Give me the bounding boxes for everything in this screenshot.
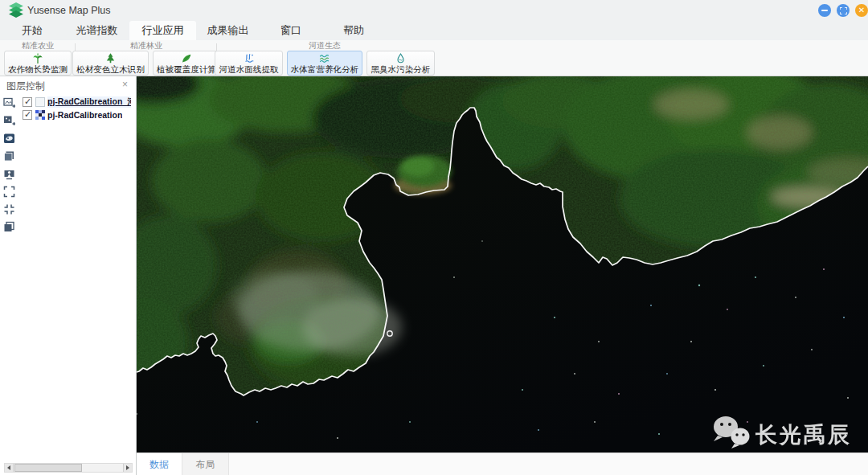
layer-locate-icon[interactable] bbox=[3, 168, 15, 180]
checkbox-check-icon: ✓ bbox=[24, 96, 31, 107]
pine-discoloration-button[interactable]: 松材变色立木识别 bbox=[72, 51, 149, 76]
tab-window[interactable]: 窗口 bbox=[260, 21, 322, 40]
panel-horizontal-scrollbar[interactable] bbox=[4, 463, 133, 473]
vegetation-cover-icon bbox=[180, 52, 193, 64]
button-label: 黑臭水污染分析 bbox=[371, 64, 430, 75]
zoom-collapse-icon[interactable] bbox=[3, 203, 15, 215]
pine-tree-icon bbox=[104, 52, 117, 64]
layer-name[interactable]: pj-RadCalibreation_河道水 bbox=[47, 96, 131, 108]
crop-growth-monitor-button[interactable]: 农作物长势监测 bbox=[4, 51, 72, 76]
tab-industry-application[interactable]: 行业应用 bbox=[129, 21, 196, 40]
tab-spectral-index[interactable]: 光谱指数 bbox=[64, 21, 129, 40]
layer-tool-strip bbox=[2, 97, 16, 233]
panel-close-icon[interactable]: × bbox=[122, 79, 128, 90]
checkbox-check-icon: ✓ bbox=[24, 109, 31, 120]
crop-growth-icon bbox=[31, 52, 44, 64]
maximize-button[interactable] bbox=[837, 4, 850, 17]
scrollbar-thumb[interactable] bbox=[14, 464, 82, 472]
minimize-icon bbox=[821, 10, 828, 11]
title-bar: Yusense Map Plus ✕ bbox=[0, 0, 868, 21]
tab-help[interactable]: 帮助 bbox=[322, 21, 385, 40]
scroll-left-arrow-icon[interactable] bbox=[5, 464, 14, 472]
button-label: 水体富营养化分析 bbox=[291, 64, 359, 75]
watermark-text: 长光禹辰 bbox=[755, 423, 852, 447]
app-logo-icon bbox=[7, 2, 25, 21]
ribbon-group-river-ecology: 河道生态 河道水面线提取 bbox=[219, 41, 430, 75]
ribbon-group-precision-forestry: 精准林业 松材变色立木识别 植被覆盖度计算 bbox=[78, 41, 215, 75]
vector-layer-swatch-icon bbox=[35, 97, 45, 107]
layer-tree: ✓ pj-RadCalibreation_河道水 ✓ pj-RadCalibre… bbox=[23, 96, 135, 121]
black-odor-water-analysis-button[interactable]: 黑臭水污染分析 bbox=[366, 51, 434, 76]
map-view[interactable]: 长光禹辰 bbox=[137, 76, 868, 452]
layer-checkbox[interactable]: ✓ bbox=[23, 97, 32, 107]
minimize-button[interactable] bbox=[818, 4, 831, 17]
tab-home[interactable]: 开始 bbox=[0, 21, 64, 40]
raster-thumbnail-icon bbox=[35, 110, 45, 120]
layer-name[interactable]: pj-RadCalibreation bbox=[47, 110, 122, 120]
button-label: 植被覆盖度计算 bbox=[157, 64, 216, 75]
button-label: 农作物长势监测 bbox=[8, 64, 68, 75]
tab-result-output[interactable]: 成果输出 bbox=[196, 21, 260, 40]
eutrophication-icon bbox=[318, 52, 331, 64]
ribbon: 精准农业 农作物长势监测 精准林业 bbox=[0, 40, 868, 76]
close-button[interactable]: ✕ bbox=[855, 4, 868, 17]
copy-layer-icon[interactable] bbox=[3, 221, 15, 233]
maximize-icon bbox=[840, 7, 847, 14]
water-surface-line-extraction-button[interactable]: 河道水面线提取 bbox=[215, 51, 282, 76]
basemap-icon[interactable] bbox=[3, 133, 15, 145]
yusense-map-plus-window: { "window": { "title": "Yusense Map Plus… bbox=[0, 0, 868, 475]
view-mode-bar: 数据 布局 bbox=[137, 452, 868, 475]
ribbon-group-precision-agriculture: 精准农业 农作物长势监测 bbox=[3, 41, 72, 75]
scroll-right-arrow-icon[interactable] bbox=[123, 464, 132, 472]
map-canvas: 长光禹辰 bbox=[137, 76, 868, 452]
black-odor-water-icon bbox=[395, 52, 407, 64]
layer-control-panel: 图层控制 × bbox=[0, 76, 137, 475]
close-icon: ✕ bbox=[858, 6, 865, 14]
ribbon-group-title: 精准林业 bbox=[78, 41, 215, 50]
tab-layout[interactable]: 布局 bbox=[182, 453, 229, 475]
eutrophication-analysis-button[interactable]: 水体富营养化分析 bbox=[287, 51, 363, 76]
layer-panel-title: 图层控制 bbox=[6, 80, 45, 93]
ribbon-group-title: 河道生态 bbox=[219, 41, 430, 50]
layer-row-radcalibreation[interactable]: ✓ pj-RadCalibreation bbox=[23, 109, 135, 121]
zoom-full-extent-icon[interactable] bbox=[3, 186, 15, 198]
tab-data[interactable]: 数据 bbox=[137, 453, 182, 475]
button-label: 河道水面线提取 bbox=[219, 64, 278, 75]
add-vector-layer-icon[interactable] bbox=[3, 115, 15, 127]
window-title: Yusense Map Plus bbox=[27, 5, 111, 16]
layer-panel-header: 图层控制 × bbox=[0, 76, 136, 94]
add-image-layer-icon[interactable] bbox=[3, 97, 15, 109]
layer-row-water-line[interactable]: ✓ pj-RadCalibreation_河道水 bbox=[23, 96, 135, 108]
ribbon-group-title: 精准农业 bbox=[3, 41, 72, 50]
vegetation-coverage-button[interactable]: 植被覆盖度计算 bbox=[153, 51, 220, 76]
layer-checkbox[interactable]: ✓ bbox=[23, 110, 32, 120]
button-label: 松材变色立木识别 bbox=[76, 64, 145, 75]
main-area: 图层控制 × bbox=[0, 76, 868, 475]
water-line-icon bbox=[243, 52, 256, 64]
menu-tab-row: 开始 光谱指数 行业应用 成果输出 窗口 帮助 bbox=[0, 21, 868, 40]
layers-icon[interactable] bbox=[3, 150, 15, 162]
